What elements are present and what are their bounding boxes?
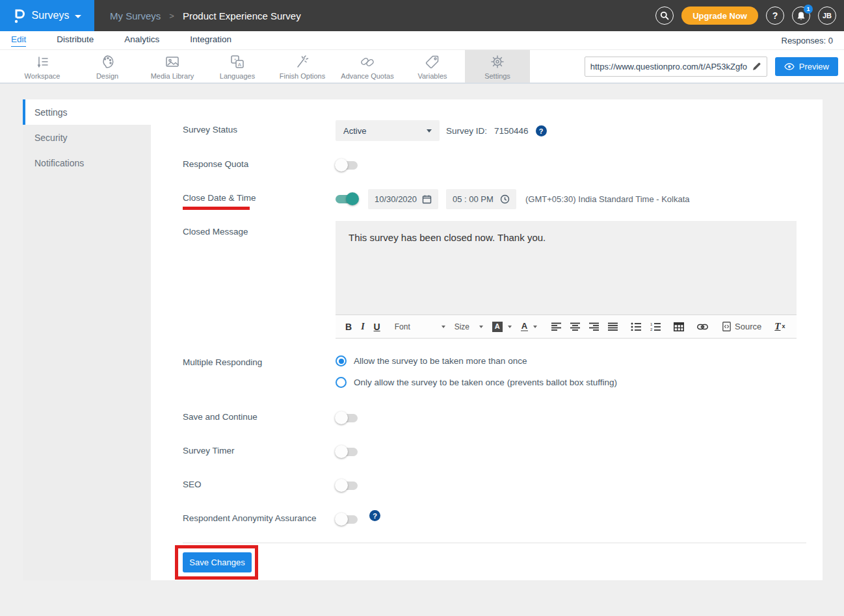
brand-label: Surveys [32,10,70,21]
avatar[interactable]: JB [818,6,836,25]
svg-text:A: A [238,61,242,67]
align-left-icon [551,322,561,331]
help-button[interactable]: ? [766,6,784,25]
numbered-list-button[interactable]: 12 [650,322,661,331]
multiple-responding-label: Multiple Responding [183,357,262,367]
toolbar-item-variables[interactable]: Variables [400,50,465,83]
source-button[interactable]: Source [722,322,761,331]
align-right-icon [589,322,599,331]
justify-button[interactable] [608,322,618,331]
survey-url-box [585,57,767,77]
insert-table-button[interactable] [674,322,684,331]
justify-icon [608,322,618,331]
radio-option-label: Allow the survey to be taken more than o… [354,356,527,366]
seo-toggle[interactable] [336,481,358,490]
notifications-button[interactable]: 1 [792,6,810,25]
chevron-down-icon [427,129,432,133]
chevron-down-icon [508,326,512,328]
close-date-annotation-underline [183,207,250,210]
sidebar-item-label: Notifications [34,158,84,168]
closed-message-label: Closed Message [183,227,248,237]
close-date-input[interactable]: 10/30/2020 [368,189,438,209]
multiple-responding-option-2[interactable]: Only allow the survey to be taken once (… [336,377,617,388]
tab-distribute[interactable]: Distribute [57,34,94,46]
toolbar-item-settings[interactable]: Settings [465,50,530,83]
tab-analytics[interactable]: Analytics [124,34,159,46]
toolbar-item-design[interactable]: Design [75,50,140,83]
sidebar-item-settings[interactable]: Settings [23,99,151,125]
radio-selected-icon[interactable] [336,355,347,366]
chevron-down-icon [533,326,537,328]
source-icon [722,322,731,331]
align-left-button[interactable] [551,322,561,331]
survey-id-label: Survey ID: [446,126,487,136]
svg-text:1: 1 [650,322,653,326]
toolbar-item-label: Workspace [25,72,60,80]
sidebar-item-security[interactable]: Security [23,125,151,150]
upgrade-now-button[interactable]: Upgrade Now [681,6,758,25]
toolbar-item-finish-options[interactable]: Finish Options [270,50,335,83]
respondent-anonymity-label: Respondent Anonymity Assurance [183,513,317,523]
survey-status-select[interactable]: Active [336,120,440,141]
bold-button[interactable]: B [345,322,352,331]
toolbar-item-advance-quotas[interactable]: Advance Quotas [335,50,400,83]
tab-integration[interactable]: Integration [190,34,231,46]
closed-message-textarea[interactable]: This survey has been closed now. Thank y… [336,221,797,314]
clock-icon [500,194,510,204]
remove-format-button[interactable]: Tx [774,322,785,331]
breadcrumb: My Surveys > Product Experience Survey [110,10,301,21]
workspace-icon [34,53,51,70]
edit-toolbar: Workspace Design Media Library A* Langua… [0,49,844,84]
size-dropdown[interactable]: Size [455,322,483,331]
survey-url-input[interactable] [590,62,752,71]
toolbar-item-media-library[interactable]: Media Library [140,50,205,83]
survey-timer-toggle[interactable] [336,448,358,456]
align-right-button[interactable] [589,322,599,331]
respondent-anonymity-help-icon[interactable]: ? [369,510,380,521]
sidebar-item-notifications[interactable]: Notifications [23,150,151,175]
toolbar-item-label: Media Library [151,72,194,80]
save-and-continue-toggle[interactable] [336,414,358,422]
multiple-responding-option-1[interactable]: Allow the survey to be taken more than o… [336,355,527,366]
tab-edit[interactable]: Edit [11,34,26,47]
insert-link-button[interactable] [697,324,708,330]
bullet-list-button[interactable] [631,322,641,331]
calendar-icon [422,194,432,204]
remove-format-sub: x [782,324,785,329]
survey-id-help-icon[interactable]: ? [536,125,547,136]
form-divider [183,543,806,543]
save-and-continue-label: Save and Continue [183,412,257,422]
eye-icon [784,63,795,70]
toolbar-item-workspace[interactable]: Workspace [10,50,75,83]
toggle-knob [346,192,359,205]
settings-sidebar: Settings Security Notifications [23,99,151,580]
toggle-knob [335,159,348,172]
close-date-time-toggle[interactable] [336,195,358,203]
breadcrumb-my-surveys[interactable]: My Surveys [110,10,161,21]
edit-url-icon[interactable] [752,62,761,71]
search-icon [660,11,669,20]
background-color-button[interactable]: A [492,322,512,332]
font-dropdown[interactable]: Font [395,322,445,331]
toolbar-item-label: Finish Options [280,72,325,80]
radio-unselected-icon[interactable] [336,377,347,388]
align-center-button[interactable] [570,322,580,331]
responses-count: Responses: 0 [782,36,834,45]
app-logo-menu[interactable]: Surveys [0,0,94,31]
preview-button[interactable]: Preview [775,57,838,76]
chevron-down-icon [442,326,445,328]
text-color-button[interactable]: A [521,322,537,331]
timezone-text: (GMT+05:30) India Standard Time - Kolkat… [525,194,690,204]
response-quota-toggle[interactable] [336,161,358,170]
survey-id-value: 7150446 [494,126,529,136]
search-button[interactable] [655,6,674,25]
close-date-value: 10/30/2020 [375,194,417,204]
italic-button[interactable]: I [361,322,364,331]
survey-id-group: Survey ID: 7150446 ? [446,125,547,136]
respondent-anonymity-toggle[interactable] [336,515,358,524]
save-changes-button[interactable]: Save Changes [183,552,252,572]
toolbar-item-languages[interactable]: A* Languages [205,50,270,83]
underline-button[interactable]: U [374,322,380,331]
close-time-input[interactable]: 05 : 00 PM [446,189,516,209]
seo-label: SEO [183,480,202,489]
